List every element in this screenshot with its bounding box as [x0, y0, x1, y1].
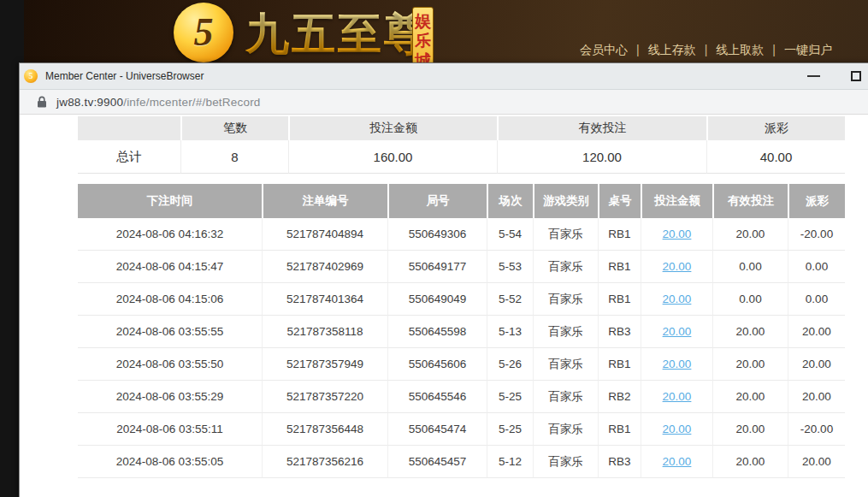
bet-cell-5: RB1: [598, 251, 641, 283]
nav-link-0[interactable]: 会员中心: [580, 43, 628, 56]
bet-cell-6: 20.00: [641, 446, 712, 478]
bet-cell-0: 2024-08-06 03:55:05: [78, 446, 262, 478]
bet-amount-link[interactable]: 20.00: [663, 390, 692, 403]
bet-cell-5: RB1: [598, 283, 641, 316]
bet-amount-link[interactable]: 20.00: [663, 423, 692, 435]
bet-cell-3: 5-12: [487, 446, 533, 478]
bet-cell-8: 20.00: [788, 381, 845, 413]
nav-separator: |: [705, 43, 708, 56]
summary-header-cell-0: [78, 116, 180, 140]
minimize-icon: [807, 75, 820, 77]
maximize-button[interactable]: [842, 63, 868, 89]
bet-cell-1: 521787356448: [262, 413, 387, 446]
bet-amount-link[interactable]: 20.00: [663, 260, 692, 273]
url-domain: jw88.tv:9900: [56, 96, 123, 109]
bet-cell-2: 550645457: [387, 446, 487, 478]
bet-cell-1: 521787402969: [262, 251, 387, 283]
bet-cell-6: 20.00: [641, 316, 712, 348]
nav-link-1[interactable]: 线上存款: [648, 43, 696, 56]
nav-separator: |: [636, 43, 640, 56]
address-bar[interactable]: jw88.tv:9900/infe/mcenter/#/betRecord: [20, 90, 868, 115]
lock-icon: [37, 96, 47, 108]
bet-cell-1: 521787404894: [262, 218, 387, 251]
bet-cell-1: 521787358118: [262, 316, 387, 348]
bet-cell-0: 2024-08-06 04:16:32: [78, 218, 262, 251]
bet-header-cell-7: 有效投注: [712, 184, 788, 218]
bet-amount-link[interactable]: 20.00: [663, 358, 692, 370]
bet-cell-0: 2024-08-06 03:55:29: [78, 381, 262, 413]
bet-cell-8: 20.00: [788, 348, 845, 381]
browser-title-bar: 5 Member Center - UniverseBrowser: [20, 63, 868, 90]
bet-header-cell-3: 场次: [487, 184, 533, 218]
table-row: 2024-08-06 04:15:06521787401364550649049…: [78, 283, 845, 316]
bet-cell-1: 521787357949: [262, 348, 387, 381]
summary-header-row: 笔数投注金额有效投注派彩: [78, 116, 845, 140]
bet-cell-6: 20.00: [641, 251, 712, 283]
table-row: 2024-08-06 03:55:05521787356216550645457…: [78, 446, 845, 478]
bet-cell-5: RB3: [598, 446, 641, 478]
bet-cell-4: 百家乐: [533, 316, 598, 348]
bet-amount-link[interactable]: 20.00: [663, 455, 692, 468]
bet-cell-6: 20.00: [641, 381, 712, 413]
bet-cell-4: 百家乐: [533, 283, 598, 316]
bet-cell-8: 0.00: [788, 283, 845, 316]
bet-cell-7: 20.00: [712, 316, 788, 348]
bet-cell-4: 百家乐: [533, 446, 598, 478]
bet-header-cell-6: 投注金额: [641, 184, 712, 218]
summary-total-cell-2: 160.00: [288, 140, 497, 174]
nav-link-3[interactable]: 一键归户: [784, 43, 832, 56]
bet-cell-0: 2024-08-06 04:15:06: [78, 283, 262, 316]
bet-cell-0: 2024-08-06 03:55:11: [78, 413, 262, 446]
bet-cell-7: 20.00: [712, 381, 788, 413]
bet-cell-7: 20.00: [712, 413, 788, 446]
summary-total-cell-0: 总计: [78, 140, 180, 174]
summary-total-cell-3: 120.00: [497, 140, 706, 174]
bet-cell-1: 521787401364: [262, 283, 387, 316]
bet-cell-3: 5-54: [487, 218, 533, 251]
bet-header-cell-0: 下注时间: [78, 184, 262, 218]
bet-cell-5: RB1: [598, 413, 641, 446]
bet-header-cell-8: 派彩: [788, 184, 845, 218]
bet-cell-3: 5-53: [487, 251, 533, 283]
bet-cell-2: 550649049: [387, 283, 487, 316]
bet-cell-3: 5-25: [487, 381, 533, 413]
screen: 5 九五至尊 娱乐城 会员中心|线上存款|线上取款|一键归户 5 Member …: [0, 0, 868, 497]
summary-header-cell-2: 投注金额: [288, 116, 497, 140]
table-row: 2024-08-06 03:55:50521787357949550645606…: [78, 348, 845, 381]
site-header: 5 九五至尊 娱乐城 会员中心|线上存款|线上取款|一键归户: [0, 0, 868, 64]
nav-link-2[interactable]: 线上取款: [716, 43, 764, 56]
table-row: 2024-08-06 04:16:32521787404894550649306…: [78, 218, 845, 251]
bet-record-table: 下注时间注单编号局号场次游戏类别桌号投注金额有效投注派彩 2024-08-06 …: [78, 184, 845, 478]
url-path: /infe/mcenter/#/betRecord: [123, 96, 260, 109]
bet-cell-6: 20.00: [641, 348, 712, 381]
bet-cell-4: 百家乐: [533, 348, 598, 381]
bet-cell-7: 20.00: [712, 218, 788, 251]
bet-amount-link[interactable]: 20.00: [663, 293, 692, 305]
bet-cell-3: 5-13: [487, 316, 533, 348]
bet-header-cell-5: 桌号: [598, 184, 641, 218]
bet-cell-4: 百家乐: [533, 218, 598, 251]
bet-cell-8: -20.00: [788, 413, 845, 446]
bet-cell-5: RB1: [598, 348, 641, 381]
bet-cell-5: RB1: [598, 218, 641, 251]
brand-circle-icon: 5: [174, 3, 233, 62]
summary-header-cell-3: 有效投注: [497, 116, 706, 140]
bet-cell-8: 0.00: [788, 251, 845, 283]
bet-cell-7: 20.00: [712, 446, 788, 478]
summary-header-cell-4: 派彩: [706, 116, 845, 140]
minimize-button[interactable]: [800, 63, 827, 89]
bet-cell-4: 百家乐: [533, 251, 598, 283]
bet-header-cell-2: 局号: [387, 184, 487, 218]
bet-cell-2: 550649306: [387, 218, 487, 251]
bet-cell-3: 5-25: [487, 413, 533, 446]
window-title: Member Center - UniverseBrowser: [45, 70, 204, 82]
bet-amount-link[interactable]: 20.00: [663, 228, 692, 240]
summary-table: 笔数投注金额有效投注派彩 总计8160.00120.0040.00: [78, 116, 845, 174]
bet-cell-6: 20.00: [641, 413, 712, 446]
table-row: 2024-08-06 03:55:11521787356448550645474…: [78, 413, 845, 446]
summary-header-cell-1: 笔数: [180, 116, 288, 140]
table-row: 2024-08-06 03:55:55521787358118550645598…: [78, 316, 845, 348]
summary-total-row: 总计8160.00120.0040.00: [78, 140, 845, 174]
url-text: jw88.tv:9900/infe/mcenter/#/betRecord: [56, 96, 261, 109]
bet-amount-link[interactable]: 20.00: [663, 325, 692, 338]
